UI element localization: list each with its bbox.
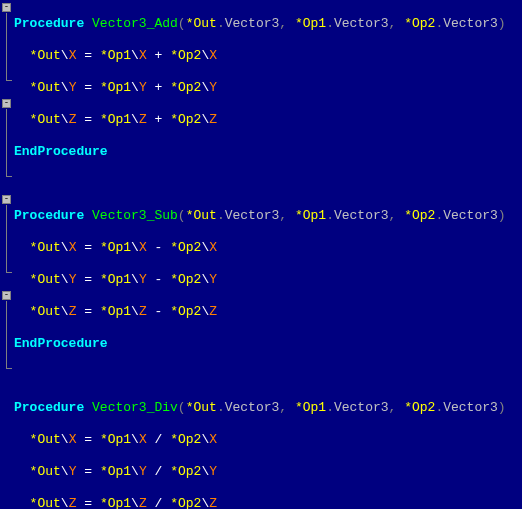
code-line: *Out\X = *Op1\X + *Op2\X — [14, 48, 522, 64]
code-editor[interactable]: Procedure Vector3_Add(*Out.Vector3, *Op1… — [14, 0, 522, 509]
fold-cap — [6, 80, 12, 81]
code-line: *Out\Y = *Op1\Y + *Op2\Y — [14, 80, 522, 96]
fold-line — [6, 205, 7, 273]
code-line: EndProcedure — [14, 144, 522, 160]
code-line: *Out\X = *Op1\X / *Op2\X — [14, 432, 522, 448]
fold-toggle-icon[interactable]: - — [2, 291, 11, 300]
fold-toggle-icon[interactable]: - — [2, 195, 11, 204]
fold-cap — [6, 176, 12, 177]
code-line: EndProcedure — [14, 336, 522, 352]
fold-toggle-icon[interactable]: - — [2, 3, 11, 12]
code-line: *Out\X = *Op1\X - *Op2\X — [14, 240, 522, 256]
code-line: *Out\Z = *Op1\Z + *Op2\Z — [14, 112, 522, 128]
code-line: *Out\Y = *Op1\Y / *Op2\Y — [14, 464, 522, 480]
fold-cap — [6, 368, 12, 369]
code-line: *Out\Z = *Op1\Z - *Op2\Z — [14, 304, 522, 320]
fold-line — [6, 13, 7, 81]
fold-gutter: - - - - — [0, 0, 14, 509]
fold-toggle-icon[interactable]: - — [2, 99, 11, 108]
code-line: Procedure Vector3_Add(*Out.Vector3, *Op1… — [14, 16, 522, 32]
fold-line — [6, 109, 7, 177]
fold-line — [6, 301, 7, 369]
code-line: *Out\Z = *Op1\Z / *Op2\Z — [14, 496, 522, 509]
code-line: *Out\Y = *Op1\Y - *Op2\Y — [14, 272, 522, 288]
code-line: Procedure Vector3_Sub(*Out.Vector3, *Op1… — [14, 208, 522, 224]
fold-cap — [6, 272, 12, 273]
code-line: Procedure Vector3_Div(*Out.Vector3, *Op1… — [14, 400, 522, 416]
